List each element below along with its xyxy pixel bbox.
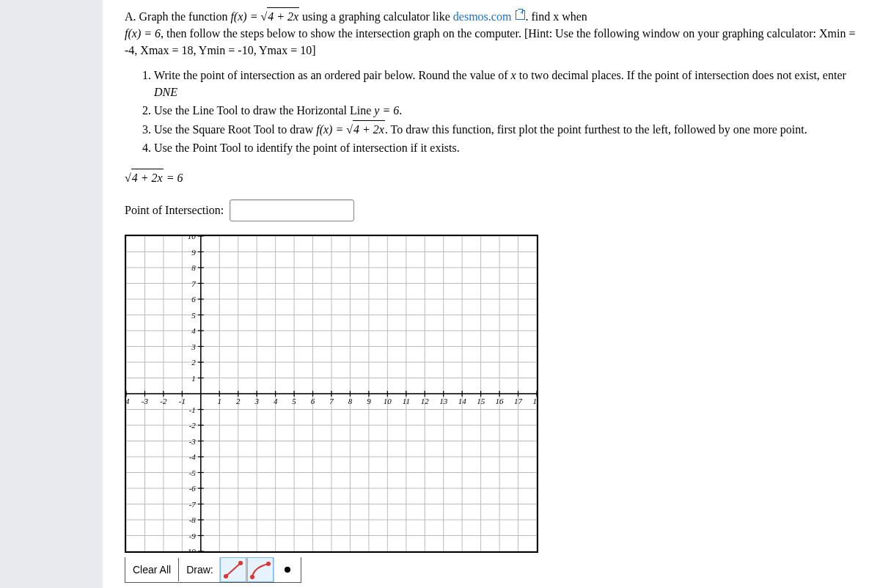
part-a-text2: using a graphing calculator like — [302, 10, 453, 23]
svg-text:2: 2 — [236, 397, 241, 405]
svg-text:4: 4 — [274, 397, 278, 405]
svg-text:1: 1 — [218, 397, 222, 405]
svg-point-133 — [250, 575, 254, 579]
step-1-dne: DNE — [154, 86, 177, 98]
svg-text:-4: -4 — [125, 397, 130, 405]
equation-rhs: = 6 — [164, 172, 183, 184]
step-1-a: Write the point of intersection as an or… — [154, 69, 511, 81]
step-1-var: x — [511, 69, 516, 81]
svg-text:-7: -7 — [189, 499, 197, 508]
svg-text:11: 11 — [403, 397, 410, 405]
svg-text:10: 10 — [188, 235, 197, 240]
line-tool-button[interactable] — [219, 557, 246, 582]
svg-text:4: 4 — [191, 326, 196, 335]
svg-text:3: 3 — [254, 397, 259, 405]
desmos-link[interactable]: desmos.com — [453, 10, 526, 23]
point-of-intersection-row: Point of Intersection: — [125, 199, 858, 221]
point-tool-button[interactable] — [274, 557, 301, 582]
svg-text:3: 3 — [191, 342, 196, 350]
step-2: Use the Line Tool to draw the Horizontal… — [154, 102, 858, 119]
svg-text:10: 10 — [384, 397, 392, 405]
svg-text:9: 9 — [367, 397, 371, 405]
svg-text:-10: -10 — [185, 547, 196, 553]
drawing-toolbar: Clear All Draw: — [125, 557, 301, 583]
poi-label: Point of Intersection: — [125, 202, 224, 218]
svg-text:7: 7 — [329, 397, 334, 405]
svg-text:17: 17 — [514, 397, 523, 405]
sqrt-icon — [250, 560, 271, 579]
point-icon — [277, 560, 298, 579]
step-1-b: to two decimal places. If the point of i… — [516, 69, 846, 81]
svg-text:6: 6 — [311, 397, 315, 405]
line-icon — [223, 560, 243, 579]
svg-text:-2: -2 — [160, 397, 167, 405]
svg-text:-3: -3 — [142, 397, 149, 405]
sqrt-expr-eq: √4 + 2x — [125, 169, 164, 186]
svg-line-130 — [226, 563, 241, 576]
svg-text:16: 16 — [496, 397, 505, 405]
step-4-text: Use the Point Tool to identify the point… — [154, 142, 460, 154]
svg-text:13: 13 — [439, 397, 448, 405]
external-link-icon — [516, 10, 525, 20]
svg-text:5: 5 — [292, 397, 296, 405]
svg-text:12: 12 — [421, 397, 430, 405]
svg-text:9: 9 — [191, 247, 196, 256]
part-a-line2b: , then follow the steps below to show th… — [125, 27, 856, 56]
svg-text:-4: -4 — [189, 452, 197, 461]
question-content: A. Graph the function f(x) = √4 + 2x usi… — [125, 7, 858, 583]
desmos-link-text: desmos.com — [453, 10, 512, 23]
step-2-a: Use the Line Tool to draw the Horizontal… — [154, 104, 374, 117]
svg-text:-1: -1 — [189, 405, 196, 414]
sqrt-expr-3: √4 + 2x — [346, 120, 385, 138]
step-2-b: . — [399, 104, 402, 117]
clear-all-button[interactable]: Clear All — [125, 558, 179, 581]
equation-line: √4 + 2x = 6 — [125, 169, 858, 186]
svg-text:2: 2 — [191, 358, 196, 367]
svg-point-134 — [266, 562, 271, 566]
step-1: Write the point of intersection as an or… — [154, 67, 858, 100]
svg-text:18: 18 — [533, 397, 539, 405]
func-lhs: f(x) = — [230, 10, 260, 23]
svg-text:8: 8 — [191, 263, 196, 272]
svg-text:-6: -6 — [189, 484, 197, 493]
sqrt-tool-button[interactable] — [246, 557, 274, 582]
svg-text:5: 5 — [191, 310, 196, 319]
graph-canvas[interactable]: -4-3-2-1123456789101112131415161718-10-9… — [125, 235, 538, 553]
step-3-func: f(x) = — [316, 123, 346, 136]
part-a-text3: . find x when — [525, 10, 587, 23]
poi-input[interactable] — [230, 199, 354, 221]
part-a-heading: A. Graph the function f(x) = √4 + 2x usi… — [125, 7, 858, 59]
svg-text:-1: -1 — [179, 397, 186, 405]
sqrt-expr-1: √4 + 2x — [260, 7, 299, 25]
svg-point-131 — [224, 574, 228, 578]
step-4: Use the Point Tool to identify the point… — [154, 139, 858, 156]
question-page: A. Graph the function f(x) = √4 + 2x usi… — [103, 0, 880, 588]
part-a-text1: Graph the function — [139, 10, 231, 23]
steps-list: Write the point of intersection as an or… — [154, 67, 858, 157]
svg-text:-2: -2 — [189, 421, 197, 430]
svg-text:14: 14 — [458, 397, 467, 405]
draw-label: Draw: — [179, 558, 219, 581]
svg-text:15: 15 — [477, 397, 485, 405]
step-3: Use the Square Root Tool to draw f(x) = … — [154, 120, 858, 138]
svg-text:8: 8 — [348, 397, 353, 405]
svg-text:-8: -8 — [189, 515, 197, 524]
graph-wrapper: -4-3-2-1123456789101112131415161718-10-9… — [125, 235, 538, 583]
part-a-letter: A. — [125, 10, 136, 23]
svg-text:-5: -5 — [189, 468, 197, 477]
svg-text:-3: -3 — [189, 436, 197, 445]
svg-text:-9: -9 — [189, 531, 197, 540]
svg-text:1: 1 — [191, 373, 196, 382]
svg-point-132 — [238, 561, 243, 565]
step-3-b: . To draw this function, first plot the … — [385, 123, 807, 136]
svg-text:6: 6 — [191, 295, 196, 304]
step-2-eq: y = 6 — [374, 104, 399, 117]
svg-text:7: 7 — [191, 279, 196, 287]
step-3-a: Use the Square Root Tool to draw — [154, 123, 316, 136]
part-a-line2a: f(x) = 6 — [125, 27, 161, 40]
svg-point-135 — [285, 567, 290, 573]
